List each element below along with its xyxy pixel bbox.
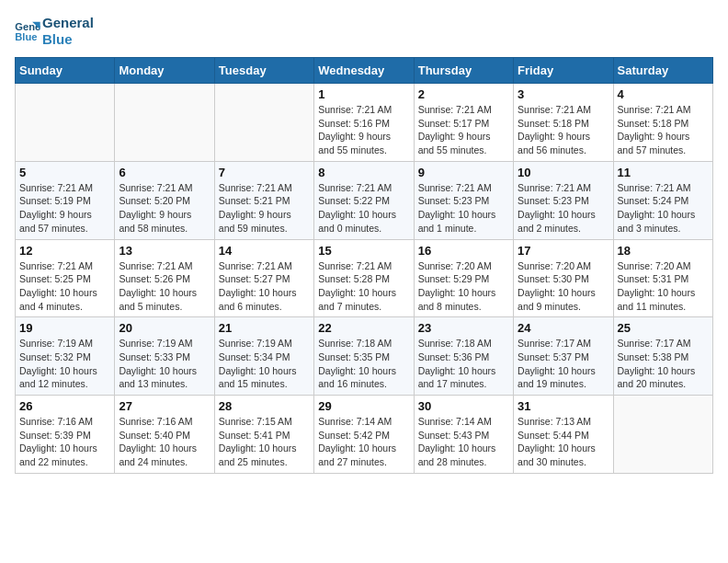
calendar-cell: 30Sunrise: 7:14 AM Sunset: 5:43 PM Dayli… [414, 396, 513, 474]
calendar-cell: 22Sunrise: 7:18 AM Sunset: 5:35 PM Dayli… [314, 317, 414, 396]
weekday-header-sunday: Sunday [16, 58, 115, 84]
day-info: Sunrise: 7:19 AM Sunset: 5:32 PM Dayligh… [19, 337, 110, 391]
day-number: 19 [19, 321, 110, 335]
calendar-cell: 10Sunrise: 7:21 AM Sunset: 5:23 PM Dayli… [514, 161, 613, 239]
day-info: Sunrise: 7:21 AM Sunset: 5:28 PM Dayligh… [318, 259, 409, 314]
calendar-cell: 9Sunrise: 7:21 AM Sunset: 5:23 PM Daylig… [414, 161, 513, 239]
day-number: 26 [19, 399, 110, 413]
week-row-2: 5Sunrise: 7:21 AM Sunset: 5:19 PM Daylig… [16, 161, 713, 239]
day-number: 17 [518, 244, 609, 258]
calendar-cell: 4Sunrise: 7:21 AM Sunset: 5:18 PM Daylig… [613, 84, 712, 162]
calendar-cell: 5Sunrise: 7:21 AM Sunset: 5:19 PM Daylig… [16, 161, 115, 239]
day-number: 1 [318, 87, 409, 101]
day-number: 3 [518, 87, 609, 101]
day-info: Sunrise: 7:14 AM Sunset: 5:43 PM Dayligh… [418, 415, 509, 469]
calendar-cell: 29Sunrise: 7:14 AM Sunset: 5:42 PM Dayli… [314, 396, 414, 474]
week-row-5: 26Sunrise: 7:16 AM Sunset: 5:39 PM Dayli… [16, 396, 713, 474]
day-info: Sunrise: 7:21 AM Sunset: 5:16 PM Dayligh… [318, 103, 409, 157]
weekday-header-thursday: Thursday [414, 58, 513, 84]
day-number: 11 [618, 166, 709, 179]
weekday-header-row: SundayMondayTuesdayWednesdayThursdayFrid… [16, 58, 713, 84]
day-number: 15 [318, 244, 409, 258]
day-info: Sunrise: 7:21 AM Sunset: 5:23 PM Dayligh… [418, 181, 509, 236]
day-info: Sunrise: 7:18 AM Sunset: 5:36 PM Dayligh… [418, 337, 509, 391]
day-number: 18 [618, 244, 709, 258]
calendar-cell: 16Sunrise: 7:20 AM Sunset: 5:29 PM Dayli… [414, 239, 513, 317]
day-info: Sunrise: 7:13 AM Sunset: 5:44 PM Dayligh… [518, 415, 609, 469]
day-number: 9 [418, 166, 509, 179]
day-number: 4 [618, 87, 709, 101]
day-info: Sunrise: 7:17 AM Sunset: 5:38 PM Dayligh… [618, 337, 709, 391]
calendar-table: SundayMondayTuesdayWednesdayThursdayFrid… [15, 57, 713, 474]
calendar-cell: 3Sunrise: 7:21 AM Sunset: 5:18 PM Daylig… [514, 84, 613, 162]
day-info: Sunrise: 7:19 AM Sunset: 5:34 PM Dayligh… [219, 337, 310, 391]
day-number: 6 [119, 166, 210, 179]
calendar-cell: 28Sunrise: 7:15 AM Sunset: 5:41 PM Dayli… [214, 396, 313, 474]
calendar-cell: 12Sunrise: 7:21 AM Sunset: 5:25 PM Dayli… [16, 239, 115, 317]
calendar-cell: 19Sunrise: 7:19 AM Sunset: 5:32 PM Dayli… [16, 317, 115, 396]
day-number: 30 [418, 399, 509, 413]
calendar-cell: 8Sunrise: 7:21 AM Sunset: 5:22 PM Daylig… [314, 161, 414, 239]
calendar-cell: 25Sunrise: 7:17 AM Sunset: 5:38 PM Dayli… [613, 317, 712, 396]
day-number: 16 [418, 244, 509, 258]
day-info: Sunrise: 7:16 AM Sunset: 5:40 PM Dayligh… [119, 415, 210, 469]
day-info: Sunrise: 7:18 AM Sunset: 5:35 PM Dayligh… [318, 337, 409, 391]
day-info: Sunrise: 7:21 AM Sunset: 5:23 PM Dayligh… [518, 181, 609, 236]
day-info: Sunrise: 7:21 AM Sunset: 5:25 PM Dayligh… [19, 259, 110, 314]
day-info: Sunrise: 7:21 AM Sunset: 5:19 PM Dayligh… [19, 181, 110, 236]
day-number: 2 [418, 87, 509, 101]
calendar-cell: 23Sunrise: 7:18 AM Sunset: 5:36 PM Dayli… [414, 317, 513, 396]
week-row-3: 12Sunrise: 7:21 AM Sunset: 5:25 PM Dayli… [16, 239, 713, 317]
day-number: 14 [219, 244, 310, 258]
svg-text:Blue: Blue [15, 31, 37, 42]
calendar-cell: 24Sunrise: 7:17 AM Sunset: 5:37 PM Dayli… [514, 317, 613, 396]
day-number: 29 [318, 399, 409, 413]
day-info: Sunrise: 7:15 AM Sunset: 5:41 PM Dayligh… [219, 415, 310, 469]
day-info: Sunrise: 7:19 AM Sunset: 5:33 PM Dayligh… [119, 337, 210, 391]
logo-icon: General Blue [15, 20, 40, 42]
day-number: 10 [518, 166, 609, 179]
week-row-4: 19Sunrise: 7:19 AM Sunset: 5:32 PM Dayli… [16, 317, 713, 396]
day-info: Sunrise: 7:21 AM Sunset: 5:17 PM Dayligh… [418, 103, 509, 157]
day-number: 20 [119, 321, 210, 335]
calendar-cell: 6Sunrise: 7:21 AM Sunset: 5:20 PM Daylig… [115, 161, 214, 239]
calendar-cell: 7Sunrise: 7:21 AM Sunset: 5:21 PM Daylig… [214, 161, 313, 239]
day-info: Sunrise: 7:16 AM Sunset: 5:39 PM Dayligh… [19, 415, 110, 469]
day-number: 25 [618, 321, 709, 335]
calendar-cell: 11Sunrise: 7:21 AM Sunset: 5:24 PM Dayli… [613, 161, 712, 239]
day-number: 22 [318, 321, 409, 335]
calendar-cell: 27Sunrise: 7:16 AM Sunset: 5:40 PM Dayli… [115, 396, 214, 474]
calendar-cell: 26Sunrise: 7:16 AM Sunset: 5:39 PM Dayli… [16, 396, 115, 474]
calendar-cell: 2Sunrise: 7:21 AM Sunset: 5:17 PM Daylig… [414, 84, 513, 162]
calendar-cell: 20Sunrise: 7:19 AM Sunset: 5:33 PM Dayli… [115, 317, 214, 396]
calendar-cell [613, 396, 712, 474]
week-row-1: 1Sunrise: 7:21 AM Sunset: 5:16 PM Daylig… [16, 84, 713, 162]
calendar-cell: 18Sunrise: 7:20 AM Sunset: 5:31 PM Dayli… [613, 239, 712, 317]
day-number: 27 [119, 399, 210, 413]
day-number: 8 [318, 166, 409, 179]
day-info: Sunrise: 7:21 AM Sunset: 5:21 PM Dayligh… [219, 181, 310, 236]
calendar-cell: 13Sunrise: 7:21 AM Sunset: 5:26 PM Dayli… [115, 239, 214, 317]
day-info: Sunrise: 7:21 AM Sunset: 5:20 PM Dayligh… [119, 181, 210, 236]
day-number: 24 [518, 321, 609, 335]
day-number: 23 [418, 321, 509, 335]
weekday-header-tuesday: Tuesday [214, 58, 313, 84]
day-info: Sunrise: 7:20 AM Sunset: 5:31 PM Dayligh… [618, 259, 709, 314]
logo-general: General [42, 15, 94, 31]
page-header: General Blue General Blue [15, 15, 713, 48]
day-info: Sunrise: 7:21 AM Sunset: 5:26 PM Dayligh… [119, 259, 210, 314]
weekday-header-wednesday: Wednesday [314, 58, 414, 84]
day-number: 12 [19, 244, 110, 258]
day-info: Sunrise: 7:14 AM Sunset: 5:42 PM Dayligh… [318, 415, 409, 469]
day-number: 21 [219, 321, 310, 335]
weekday-header-saturday: Saturday [613, 58, 712, 84]
day-number: 5 [19, 166, 110, 179]
calendar-cell: 17Sunrise: 7:20 AM Sunset: 5:30 PM Dayli… [514, 239, 613, 317]
calendar-cell: 31Sunrise: 7:13 AM Sunset: 5:44 PM Dayli… [514, 396, 613, 474]
day-info: Sunrise: 7:17 AM Sunset: 5:37 PM Dayligh… [518, 337, 609, 391]
day-info: Sunrise: 7:21 AM Sunset: 5:24 PM Dayligh… [618, 181, 709, 236]
day-info: Sunrise: 7:20 AM Sunset: 5:30 PM Dayligh… [518, 259, 609, 314]
logo: General Blue General Blue [15, 15, 94, 48]
day-info: Sunrise: 7:21 AM Sunset: 5:27 PM Dayligh… [219, 259, 310, 314]
day-info: Sunrise: 7:21 AM Sunset: 5:18 PM Dayligh… [518, 103, 609, 157]
